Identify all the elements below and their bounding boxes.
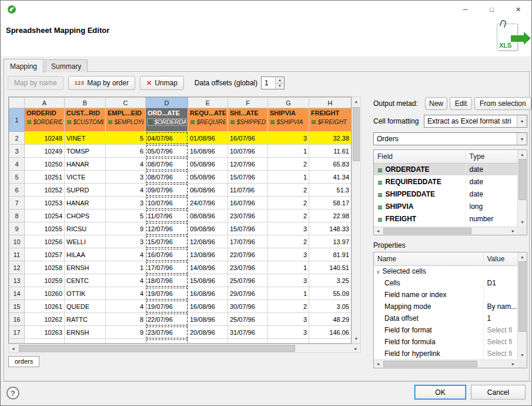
cell-D9[interactable]: 12/07/96 <box>146 222 188 235</box>
cell-H10[interactable]: 13.97 <box>309 235 352 248</box>
scroll-down-icon[interactable]: ▼ <box>518 218 527 227</box>
cell-G5[interactable]: 1 <box>268 171 309 184</box>
cell-B17[interactable]: ERNSH <box>65 326 106 339</box>
cell-H1[interactable]: FREIGHT▦$FREIGHT <box>309 108 352 132</box>
cell-F2[interactable]: 16/07/96 <box>228 132 268 145</box>
cell-C10[interactable]: 3 <box>106 235 146 248</box>
cell-B1[interactable]: CUST...RID▦$CUSTOMERID <box>65 108 106 132</box>
cell-B11[interactable]: HILAA <box>65 248 106 261</box>
prop-row-mapping-mode[interactable]: Mapping modeBy nam... <box>374 301 517 312</box>
cell-H9[interactable]: 148.33 <box>309 222 352 235</box>
prop-value[interactable]: Select fi <box>483 336 517 348</box>
prop-value[interactable]: Select fi <box>483 348 517 360</box>
scroll-up-icon[interactable]: ▲ <box>518 150 527 159</box>
grid-hscroll-thumb[interactable] <box>19 345 295 352</box>
field-row-FREIGHT[interactable]: ▦FREIGHTnumber <box>374 212 517 225</box>
prop-group-selected-cells[interactable]: ∨Selected cells <box>374 265 517 277</box>
cell-B15[interactable]: QUEDE <box>65 300 106 313</box>
cell-B5[interactable]: VICTE <box>65 171 106 184</box>
scroll-down-icon[interactable]: ▼ <box>352 334 360 343</box>
col-header-A[interactable]: A <box>25 98 65 108</box>
cell-H14[interactable]: 55.09 <box>309 287 352 300</box>
field-row-SHIPVIA[interactable]: ▦SHIPVIAlong <box>374 200 517 212</box>
cell-A17[interactable]: 10263 <box>25 326 65 339</box>
row-header-1[interactable]: 1 <box>9 108 25 132</box>
field-row-ORDERDATE[interactable]: ▦ORDERDATEdate <box>374 163 517 175</box>
prop-value[interactable]: Select fi <box>483 324 517 336</box>
cell-C13[interactable]: 4 <box>106 274 146 287</box>
prop-value[interactable]: D1 <box>483 277 517 289</box>
row-header-9[interactable]: 9 <box>9 222 25 235</box>
field-row-REQUIREDDATE[interactable]: ▦REQUIREDDATEdate <box>374 175 517 188</box>
cell-D5[interactable]: 08/07/96 <box>146 171 188 184</box>
tab-mapping[interactable]: Mapping <box>4 59 44 72</box>
cell-H3[interactable]: 11.61 <box>309 145 352 158</box>
cell-A14[interactable]: 10260 <box>25 287 65 300</box>
cell-G9[interactable]: 3 <box>268 222 309 235</box>
cell-F8[interactable]: 23/07/96 <box>228 209 268 222</box>
cancel-button[interactable]: Cancel <box>471 385 526 400</box>
cell-C6[interactable]: 4 <box>106 184 146 197</box>
cell-E16[interactable]: 19/08/96 <box>188 313 228 326</box>
cell-F13[interactable]: 25/07/96 <box>228 274 268 287</box>
unmap-button[interactable]: ✕ Unmap <box>140 76 184 90</box>
cell-F15[interactable]: 30/07/96 <box>228 300 268 313</box>
cell-D8[interactable]: 11/07/96 <box>146 209 188 222</box>
scroll-left-icon[interactable]: ◄ <box>374 360 382 368</box>
cell-A2[interactable]: 10248 <box>25 132 65 145</box>
row-header-10[interactable]: 10 <box>9 235 25 248</box>
cell-A6[interactable]: 10252 <box>25 184 65 197</box>
cell-A16[interactable]: 10262 <box>25 313 65 326</box>
spinner-up-icon[interactable]: ▲ <box>276 77 284 84</box>
scroll-right-icon[interactable]: ► <box>352 344 360 352</box>
col-header-G[interactable]: G <box>268 98 309 108</box>
cell-H17[interactable]: 146.06 <box>309 326 352 339</box>
cell-E9[interactable]: 09/08/96 <box>188 222 228 235</box>
cell-A3[interactable]: 10249 <box>25 145 65 158</box>
row-header-6[interactable]: 6 <box>9 184 25 197</box>
new-metadata-button[interactable]: New <box>425 97 447 110</box>
row-header-14[interactable]: 14 <box>9 287 25 300</box>
cell-F7[interactable]: 16/07/96 <box>228 197 268 209</box>
type-column-header[interactable]: Type <box>466 150 517 163</box>
cell-H16[interactable]: 48.29 <box>309 313 352 326</box>
cell-D15[interactable]: 19/07/96 <box>146 300 188 313</box>
col-header-B[interactable]: B <box>65 98 106 108</box>
cell-D2[interactable]: 04/07/96 <box>146 132 188 145</box>
cell-E11[interactable]: 13/08/96 <box>188 248 228 261</box>
cell-E1[interactable]: REQU...ATE▦$REQUIREDDATE <box>188 108 228 132</box>
minimize-button[interactable]: ─ <box>452 1 479 18</box>
cell-B8[interactable]: CHOPS <box>65 209 106 222</box>
edit-metadata-button[interactable]: Edit <box>450 97 472 110</box>
prop-row-field-for-format[interactable]: Field for formatSelect fi <box>374 324 517 336</box>
grid-vertical-scrollbar[interactable]: ▲ ▼ <box>352 96 361 344</box>
cell-H7[interactable]: 58.17 <box>309 197 352 209</box>
cell-E12[interactable]: 14/08/96 <box>188 261 228 274</box>
cell-A5[interactable]: 10251 <box>25 171 65 184</box>
cell-E8[interactable]: 08/08/96 <box>188 209 228 222</box>
field-table-vscrollbar[interactable]: ▲ ▼ <box>517 150 527 227</box>
cell-D13[interactable]: 18/07/96 <box>146 274 188 287</box>
cell-G17[interactable]: 3 <box>268 326 309 339</box>
cell-G7[interactable]: 2 <box>268 197 309 209</box>
row-header-3[interactable]: 3 <box>9 145 25 158</box>
row-header-18[interactable]: 18 <box>9 339 25 344</box>
cell-C14[interactable]: 4 <box>106 287 146 300</box>
cell-C11[interactable]: 4 <box>106 248 146 261</box>
cell-H13[interactable]: 3.25 <box>309 274 352 287</box>
cell-D7[interactable]: 10/07/96 <box>146 197 188 209</box>
cell-E13[interactable]: 15/08/96 <box>188 274 228 287</box>
chevron-down-icon[interactable]: ∨ <box>376 269 380 275</box>
cell-C2[interactable]: 5 <box>106 132 146 145</box>
cell-D11[interactable]: 16/07/96 <box>146 248 188 261</box>
cell-G10[interactable]: 2 <box>268 235 309 248</box>
scroll-down-icon[interactable]: ▼ <box>518 351 527 360</box>
col-header-H[interactable]: H <box>309 98 352 108</box>
scroll-left-icon[interactable]: ◄ <box>374 227 382 235</box>
cell-C18[interactable]: 6 <box>106 339 146 344</box>
maximize-button[interactable]: □ <box>479 1 505 18</box>
cell-H12[interactable]: 140.51 <box>309 261 352 274</box>
cell-E2[interactable]: 01/08/96 <box>188 132 228 145</box>
cell-C15[interactable]: 4 <box>106 300 146 313</box>
cell-F5[interactable]: 15/07/96 <box>228 171 268 184</box>
